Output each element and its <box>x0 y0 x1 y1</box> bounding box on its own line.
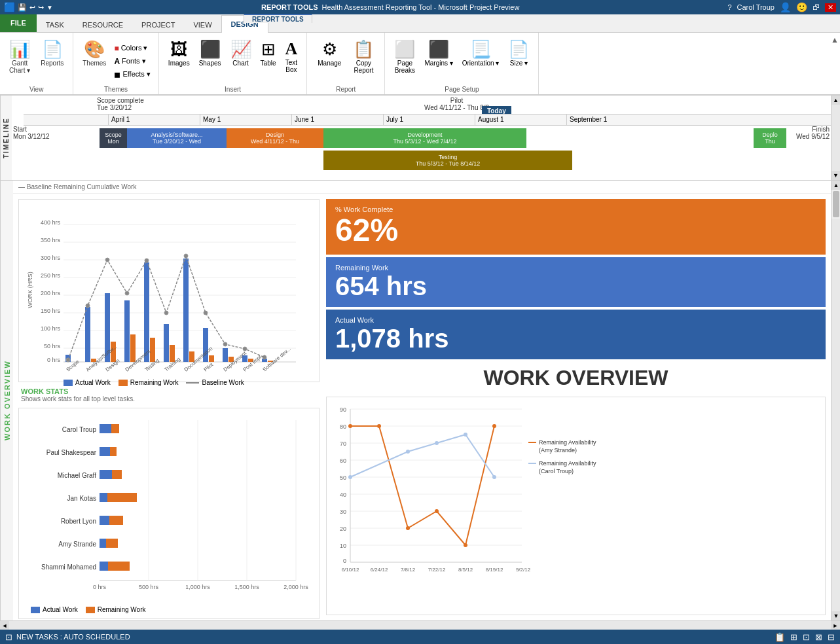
tab-file[interactable]: FILE <box>0 14 37 32</box>
tab-task[interactable]: TASK <box>37 17 73 33</box>
user-avatar: 👤 <box>780 2 791 12</box>
svg-point-119 <box>492 424 496 428</box>
svg-text:WORK (HRS): WORK (HRS) <box>27 272 33 308</box>
work-stats-chart: WORK (HRS) 400 hrs 350 hrs 300 hrs 250 h… <box>18 199 320 382</box>
table-btn[interactable]: ⊞ Table <box>257 38 280 68</box>
svg-text:2,000 hrs: 2,000 hrs <box>283 584 308 590</box>
view-group-label: View <box>29 86 44 93</box>
svg-point-114 <box>348 424 352 428</box>
quick-access-save[interactable]: 💾 <box>18 3 27 12</box>
report-tools-context-label: REPORT TOOLS <box>244 14 312 23</box>
effects-btn[interactable]: ◼ Effects ▾ <box>111 69 153 80</box>
ribbon-group-report: ⚙ Manage 📋 Copy Report Report <box>307 33 385 94</box>
svg-rect-31 <box>150 338 155 362</box>
availability-chart-svg: 90 80 70 60 50 40 30 20 10 0 <box>332 402 646 586</box>
svg-rect-135 <box>528 463 536 464</box>
manage-btn[interactable]: ⚙ Manage <box>312 38 346 68</box>
svg-point-121 <box>406 450 410 454</box>
status-view-icon1[interactable]: ⊞ <box>790 632 797 642</box>
svg-text:8/19/12: 8/19/12 <box>486 567 503 573</box>
page-setup-group-label: Page Setup <box>390 86 533 93</box>
svg-rect-70 <box>111 424 119 433</box>
svg-point-116 <box>406 526 410 530</box>
images-btn[interactable]: 🖼 Images <box>164 38 194 68</box>
horizontal-scrollbar[interactable]: ◄ ► <box>0 620 840 630</box>
fonts-btn[interactable]: A Fonts ▾ <box>111 56 153 67</box>
status-bar: ⊡ NEW TASKS : AUTO SCHEDULED 📋 ⊞ ⊡ ⊠ ⊟ <box>0 630 840 644</box>
smiley-icon: 🙂 <box>796 2 807 12</box>
page-breaks-btn[interactable]: ⬜ Page Breaks <box>390 38 419 75</box>
title-bar: 🟦 💾 ↩ ↪ ▼ REPORT TOOLS Health Assessment… <box>0 0 840 14</box>
main-scrollbar[interactable]: ▲ ▼ <box>831 181 840 620</box>
work-stats-subtitle: Shows work stats for all top level tasks… <box>21 395 317 402</box>
svg-text:400 hrs: 400 hrs <box>41 219 61 226</box>
svg-point-124 <box>492 475 496 479</box>
timeline-scrollbar[interactable]: ▲ ▼ <box>831 96 840 180</box>
svg-text:350 hrs: 350 hrs <box>41 237 61 243</box>
quick-access-undo[interactable]: ↩ <box>29 3 35 12</box>
shapes-btn[interactable]: ⬛ Shapes <box>195 38 225 68</box>
design-bar: DesignWed 4/11/12 - Thu <box>227 128 323 148</box>
resource-chart: Carol Troup Paul Shakespear Michael Graf… <box>18 408 320 619</box>
themes-btn[interactable]: 🎨 Themes <box>79 38 110 68</box>
svg-text:0 hrs: 0 hrs <box>93 584 107 590</box>
svg-point-117 <box>435 509 439 513</box>
baseline-label: — Baseline Remaining Cumulative Work <box>13 181 831 194</box>
ribbon-collapse-btn[interactable]: ▲ <box>831 35 839 45</box>
svg-text:80: 80 <box>340 423 346 430</box>
svg-text:Michael Graff: Michael Graff <box>58 472 97 479</box>
status-view-icon4[interactable]: ⊟ <box>828 632 835 642</box>
kpi-remaining-work: Remaining Work 654 hrs <box>326 257 826 307</box>
svg-text:50 hrs: 50 hrs <box>44 343 61 349</box>
colors-btn[interactable]: ■ Colors ▾ <box>111 43 153 54</box>
tab-project[interactable]: PROJECT <box>132 17 184 33</box>
status-new-task-icon[interactable]: 📋 <box>775 632 785 642</box>
resource-chart-svg: Carol Troup Paul Shakespear Michael Graf… <box>24 414 312 603</box>
svg-rect-71 <box>100 447 110 456</box>
themes-group-label: Themes <box>79 86 153 93</box>
user-name: Carol Troup <box>737 3 775 11</box>
size-btn[interactable]: 📄 Size ▾ <box>504 38 533 68</box>
svg-rect-30 <box>144 262 149 362</box>
svg-text:250 hrs: 250 hrs <box>41 272 61 279</box>
help-icon[interactable]: ? <box>727 3 731 11</box>
tab-resource[interactable]: RESOURCE <box>73 17 132 33</box>
svg-rect-79 <box>100 539 106 548</box>
svg-rect-21 <box>85 307 90 362</box>
work-overview-sidebar-label: WORK OVERVIEW <box>0 181 13 620</box>
quick-access-dropdown[interactable]: ▼ <box>46 4 53 11</box>
svg-text:500 hrs: 500 hrs <box>139 584 159 590</box>
svg-text:6/24/12: 6/24/12 <box>371 567 388 573</box>
svg-rect-36 <box>183 259 189 362</box>
svg-text:30: 30 <box>340 509 346 515</box>
chart-btn[interactable]: 📈 Chart <box>227 38 255 68</box>
svg-point-122 <box>435 441 439 445</box>
app-title: Health Assessment Reporting Tool - Micro… <box>322 3 520 11</box>
report-group-label: Report <box>312 86 379 93</box>
svg-text:100 hrs: 100 hrs <box>41 325 61 332</box>
svg-text:Pilot: Pilot <box>203 361 215 372</box>
svg-text:Carol Troup: Carol Troup <box>62 426 97 433</box>
svg-text:300 hrs: 300 hrs <box>41 255 61 261</box>
scope-bar: ScopeMon <box>100 128 127 148</box>
margins-btn[interactable]: ⬛ Margins ▾ <box>420 38 456 68</box>
status-view-icon3[interactable]: ⊠ <box>815 632 822 642</box>
svg-text:7/8/12: 7/8/12 <box>401 567 416 573</box>
textbox-btn[interactable]: A Text Box <box>281 38 301 75</box>
close-btn[interactable]: ✕ <box>825 3 836 12</box>
svg-text:1,000 hrs: 1,000 hrs <box>185 584 210 590</box>
tab-view[interactable]: VIEW <box>184 17 221 33</box>
status-view-icon2[interactable]: ⊡ <box>803 632 810 642</box>
svg-text:Amy Strande: Amy Strande <box>58 541 96 548</box>
pilot-label: Pilot Wed 4/11/12 - Thu 8/2 <box>424 97 489 111</box>
svg-rect-81 <box>100 562 108 571</box>
orientation-btn[interactable]: 📃 Orientation ▾ <box>458 38 503 68</box>
copy-report-btn[interactable]: 📋 Copy Report <box>348 38 379 75</box>
gantt-chart-btn[interactable]: 📊 Gantt Chart ▾ <box>5 38 34 75</box>
restore-btn[interactable]: 🗗 <box>813 3 820 11</box>
svg-text:50: 50 <box>340 474 346 481</box>
svg-rect-69 <box>100 424 111 433</box>
quick-access-redo[interactable]: ↪ <box>38 3 44 12</box>
reports-btn[interactable]: 📄 Reports <box>37 38 67 68</box>
svg-point-120 <box>348 475 352 479</box>
